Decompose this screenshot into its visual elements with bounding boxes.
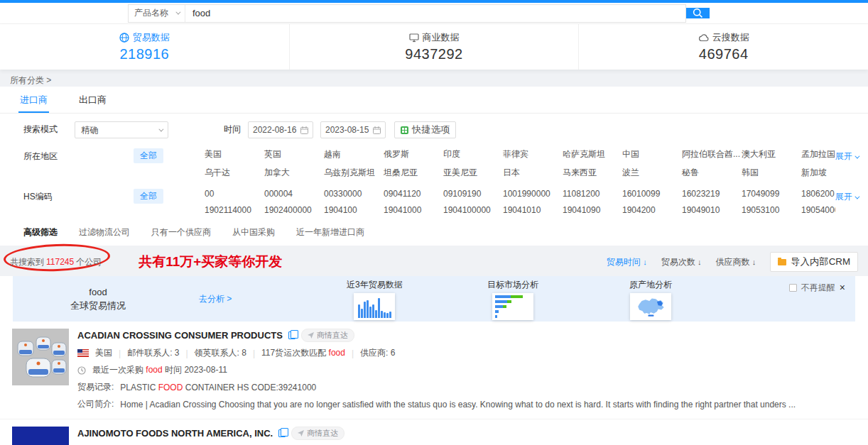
quick-options-button[interactable]: 快捷选项 [394,121,456,138]
hs-code-item[interactable]: 1806200 [801,189,835,199]
tab-importers[interactable]: 进口商 [18,91,49,113]
hs-code-item[interactable]: 00330000 [324,189,372,199]
hs-code-item[interactable]: 000004 [264,189,313,199]
hs-expand-link[interactable]: 展开 [835,189,858,203]
region-item[interactable]: 坦桑尼亚 [384,167,432,179]
hs-code-item[interactable]: 19053100 [742,205,790,215]
region-all-chip[interactable]: 全部 [134,148,163,163]
hs-code-grid: 00 1902114000 000004 1902400000 00330000… [205,189,835,215]
date-to-input[interactable]: 2023-08-15 [320,121,386,138]
region-item[interactable]: 亚美尼亚 [443,167,492,179]
region-item[interactable]: 秘鲁 [682,167,730,179]
region-item[interactable]: 中国 [622,148,671,160]
copy-icon[interactable] [288,331,295,339]
company-name[interactable]: AJINOMOTO FOODS NORTH AMERICA, INC. [77,428,273,439]
region-item[interactable]: 乌兹别克斯坦 [324,167,372,179]
search-category-select[interactable]: 产品名称 [129,5,185,22]
search-mode-label: 搜索模式 [23,121,75,136]
hs-code-item[interactable]: 1904100 [324,205,372,215]
filter-buy-from-china[interactable]: 从中国采购 [232,226,275,238]
stat-business-data[interactable]: 商业数据 9437292 [289,24,579,70]
analyze-link[interactable]: 去分析 > [199,293,232,305]
region-item[interactable]: 印度 [443,148,492,160]
paper-plane-icon [298,430,304,436]
hs-code-item[interactable]: 1904200 [622,205,671,215]
origin-map-thumb[interactable] [630,293,671,320]
hs-code-item[interactable]: 1902400000 [264,205,313,215]
shipments-match: 117货运次数匹配 food [261,347,345,359]
business-info-badge[interactable]: 商情直达 [301,329,354,342]
hs-all-chip[interactable]: 全部 [134,189,163,204]
hs-code-item[interactable]: 11081200 [563,189,611,199]
region-item[interactable]: 日本 [503,167,551,179]
region-column: 阿拉伯联合酋... 秘鲁 [682,148,730,179]
hs-code-item[interactable]: 19041010 [503,205,551,215]
date-from-input[interactable]: 2022-08-16 [248,121,313,138]
region-item[interactable]: 加拿大 [264,167,313,179]
close-icon[interactable]: × [840,284,845,292]
copy-icon[interactable] [278,429,286,437]
hs-code-item[interactable]: 1902114000 [205,205,253,215]
hs-code-item[interactable]: 1001990000 [503,189,551,199]
search-button[interactable] [686,8,710,18]
hs-code-item[interactable]: 19054000 [801,205,835,215]
sort-desc-icon: ↓ [752,258,756,266]
sort-trade-time[interactable]: 贸易时间 ↓ [607,256,647,268]
stat-cloud-search-data[interactable]: 云搜数据 469764 [578,24,868,70]
tab-exporters[interactable]: 出口商 [77,91,108,113]
stat-value: 218916 [119,46,169,62]
search-input[interactable] [185,5,685,22]
hs-code-item[interactable]: 09041120 [384,189,432,199]
region-item[interactable]: 澳大利亚 [742,148,790,160]
region-item[interactable]: 新加坡 [801,167,835,179]
hs-code-filter-row: HS编码 全部 00 1902114000 000004 1902400000 … [0,183,868,219]
dismiss-checkbox[interactable] [789,284,797,292]
trade-analysis-card: food 全球贸易情况 去分析 > 近3年贸易数据 目标市场分析 原产地分析 [13,276,855,322]
region-grid: 美国 乌干达 英国 加拿大 越南 乌兹别克斯坦 俄罗斯 坦桑尼亚 [205,148,835,179]
region-expand-link[interactable]: 展开 [835,148,858,163]
hs-code-item[interactable]: 16023219 [682,189,730,199]
breadcrumb[interactable]: 所有分类 > [0,70,868,87]
filter-logistics[interactable]: 过滤物流公司 [79,226,130,238]
hs-code-item[interactable]: 09109190 [443,189,492,199]
region-column: 俄罗斯 坦桑尼亚 [384,148,432,179]
search-mode-select[interactable]: 精确 [75,121,168,138]
region-item[interactable]: 乌干达 [205,167,253,179]
region-item[interactable]: 英国 [264,148,313,160]
trade-chart-thumb[interactable] [354,293,395,320]
region-item[interactable]: 阿拉伯联合酋... [682,148,730,160]
hs-code-item[interactable]: 19041000 [384,205,432,215]
filter-new-importers[interactable]: 近一年新增进口商 [296,226,364,238]
filter-single-supplier[interactable]: 只有一个供应商 [151,226,211,238]
hs-code-item[interactable]: 1904100000 [443,205,492,215]
region-item[interactable]: 哈萨克斯坦 [563,148,611,160]
origin-map-group: 原产地分析 [629,279,672,320]
product-photo-icon [12,329,69,385]
region-item[interactable]: 美国 [205,148,253,160]
dismiss-label: 不再提醒 [801,282,835,294]
business-info-badge[interactable]: 商情直达 [291,427,345,440]
region-item[interactable]: 菲律宾 [503,148,551,160]
advanced-filter-title[interactable]: 高级筛选 [23,226,58,238]
hs-code-item[interactable]: 00 [205,189,253,199]
sort-trade-count[interactable]: 贸易次数 ↓ [661,256,702,268]
hs-code-item[interactable]: 19041090 [563,205,611,215]
sort-controls: 贸易时间 ↓ 贸易次数 ↓ 供应商数 ↓ 导入内部CRM [607,252,858,272]
region-column: 孟加拉国 新加坡 [801,148,835,179]
company-name[interactable]: ACADIAN CROSSING CONSUMER PRODUCTS [77,330,283,341]
hs-code-item[interactable]: 17049099 [742,189,790,199]
region-item[interactable]: 越南 [324,148,372,160]
region-item[interactable]: 韩国 [742,167,790,179]
market-chart-thumb[interactable] [492,293,533,320]
sort-supplier-count[interactable]: 供应商数 ↓ [715,256,756,268]
email-contacts: 邮件联系人: 3 [127,347,179,359]
region-item[interactable]: 波兰 [622,167,671,179]
hs-code-item[interactable]: 19049010 [682,205,730,215]
region-item[interactable]: 马来西亚 [563,167,611,179]
hs-code-column: 00330000 1904100 [324,189,372,215]
import-crm-button[interactable]: 导入内部CRM [770,252,858,272]
region-item[interactable]: 俄罗斯 [384,148,432,160]
stat-trade-data[interactable]: 贸易数据 218916 [0,24,289,70]
region-item[interactable]: 孟加拉国 [801,148,835,160]
hs-code-item[interactable]: 16010099 [622,189,671,199]
